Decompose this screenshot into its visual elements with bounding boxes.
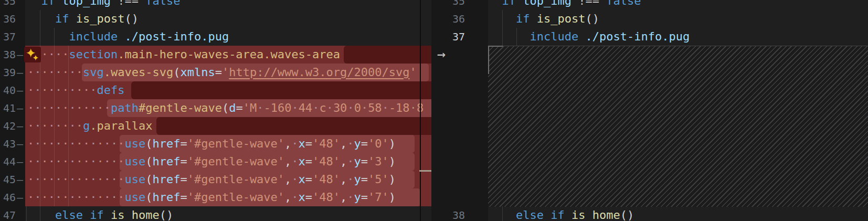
token-ws: · xyxy=(312,101,319,114)
code-line-text[interactable]: ··············use(href='#gentle-wave',·x… xyxy=(27,171,396,188)
line-number[interactable]: 43 xyxy=(0,135,16,153)
line-number-gutter[interactable]: 46— xyxy=(0,188,24,206)
code-line-text[interactable]: ··············use(href='#gentle-wave',·x… xyxy=(27,153,396,171)
token-cls: .main-hero-waves-area.waves-area xyxy=(118,48,340,61)
line-number[interactable]: 45 xyxy=(0,171,16,188)
token-kw: if xyxy=(90,208,104,221)
line-number-gutter[interactable]: 40— xyxy=(0,81,24,99)
token-kw: false xyxy=(606,0,641,7)
line-number[interactable]: 38 xyxy=(0,46,16,64)
modified-editor-pane: → 35 if top_img !== false36 if is_post()… xyxy=(432,0,868,221)
code-line-text[interactable]: else if is_home() xyxy=(27,206,173,221)
line-number-gutter[interactable]: 36 xyxy=(0,10,24,28)
token-ws: · xyxy=(347,101,354,114)
code-row[interactable]: 35 if top_img !== false xyxy=(0,0,431,10)
whitespace-dots: ············ xyxy=(27,101,111,114)
line-number[interactable]: 41 xyxy=(0,99,16,117)
indent-spaces xyxy=(27,208,55,221)
line-number[interactable]: 36 xyxy=(0,10,16,28)
code-line-text[interactable]: include ./post-info.pug xyxy=(488,28,690,46)
line-number[interactable]: 40 xyxy=(0,81,16,99)
code-line-text[interactable]: ··········defs xyxy=(27,81,124,99)
token-pun: ( xyxy=(145,137,152,150)
deleted-line-marker: — xyxy=(16,64,24,81)
token-pun: , xyxy=(284,155,291,168)
line-number-gutter[interactable]: 41— xyxy=(0,99,24,117)
line-number-gutter[interactable]: 35 xyxy=(0,0,24,10)
line-number-gutter[interactable]: 38 xyxy=(449,206,473,221)
code-row[interactable]: 37 include ./post-info.pug xyxy=(432,28,868,46)
copilot-sparkle-icon[interactable] xyxy=(24,47,41,62)
line-number-gutter[interactable]: 36 xyxy=(449,10,473,28)
line-number-gutter[interactable]: 42— xyxy=(0,117,24,135)
line-number-gutter[interactable]: 38— xyxy=(0,46,24,64)
line-number-gutter[interactable]: 39— xyxy=(0,64,24,81)
token-cls: .parallax xyxy=(90,119,152,132)
token-ws: · xyxy=(361,101,368,114)
code-line-text[interactable]: if top_img !== false xyxy=(488,0,641,10)
token-str: '7' xyxy=(368,191,389,204)
code-line-text[interactable]: if is_post() xyxy=(488,10,599,28)
deleted-line-marker xyxy=(16,28,24,46)
code-line-text[interactable]: ············path#gentle-wave(d='M·-160·4… xyxy=(27,99,424,117)
code-row[interactable]: 40—··········defs xyxy=(0,81,431,99)
line-number[interactable]: 42 xyxy=(0,117,16,135)
token-ws: · xyxy=(291,173,298,186)
token-var: href xyxy=(152,191,180,204)
line-number[interactable]: 38 xyxy=(449,206,465,221)
code-row[interactable]: 41—············path#gentle-wave(d='M·-16… xyxy=(0,99,431,117)
line-number-gutter[interactable]: 35 xyxy=(449,0,473,10)
code-row[interactable]: 39—········svg.waves-svg(xmlns='http://w… xyxy=(0,64,431,81)
line-number[interactable]: 35 xyxy=(0,0,16,10)
token-pun: ( xyxy=(222,101,229,114)
code-row[interactable]: 36 if is_post() xyxy=(432,10,868,28)
line-number[interactable]: 47 xyxy=(0,206,16,221)
token-pun: = xyxy=(180,155,187,168)
code-line-text[interactable]: ········g.parallax xyxy=(27,117,152,135)
code-row[interactable]: 38 else if is_home() xyxy=(432,206,868,221)
code-line-text[interactable]: include ./post-info.pug xyxy=(27,28,229,46)
code-row[interactable]: 37 include ./post-info.pug xyxy=(0,28,431,46)
line-number-gutter[interactable]: 37 xyxy=(449,28,473,46)
line-number-gutter[interactable]: 47 xyxy=(0,206,24,221)
line-number[interactable]: 37 xyxy=(0,28,16,46)
code-row[interactable]: 42—········g.parallax xyxy=(0,117,431,135)
code-row[interactable]: 36 if is_post() xyxy=(0,10,431,28)
code-row[interactable]: 47 else if is_home() xyxy=(0,206,431,221)
line-number-gutter[interactable]: 43— xyxy=(0,135,24,153)
scrollbar-handle[interactable] xyxy=(419,170,431,172)
code-row[interactable]: 45—··············use(href='#gentle-wave'… xyxy=(0,171,431,188)
token-fn: is_post xyxy=(76,12,125,25)
token-ws: · xyxy=(347,137,354,150)
line-number-gutter[interactable]: 44— xyxy=(0,153,24,171)
code-row[interactable]: 46—··············use(href='#gentle-wave'… xyxy=(0,188,431,206)
code-row[interactable]: 38—······section.main-hero-waves-area.wa… xyxy=(0,46,431,64)
code-line-text[interactable]: ··············use(href='#gentle-wave',·x… xyxy=(27,135,396,153)
code-row[interactable]: 35 if top_img !== false xyxy=(432,0,868,10)
line-number-gutter[interactable]: 45— xyxy=(0,171,24,188)
line-number[interactable]: 39 xyxy=(0,64,16,81)
line-number[interactable]: 44 xyxy=(0,153,16,171)
token-str: 0 xyxy=(354,101,361,114)
deleted-line-marker xyxy=(16,0,24,10)
indent-spaces xyxy=(488,208,516,221)
code-row[interactable]: 44—··············use(href='#gentle-wave'… xyxy=(0,153,431,171)
token-pln xyxy=(578,30,585,43)
code-line-text[interactable]: ··············use(href='#gentle-wave',·x… xyxy=(27,188,396,206)
diff-editor: 35 if top_img !== false36 if is_post()37… xyxy=(0,0,868,221)
revert-diff-arrow-icon[interactable]: → xyxy=(433,46,449,64)
code-row[interactable]: 43—··············use(href='#gentle-wave'… xyxy=(0,135,431,153)
line-number[interactable]: 46 xyxy=(0,188,16,206)
code-line-text[interactable]: if is_post() xyxy=(27,10,139,28)
original-editor-pane: 35 if top_img !== false36 if is_post()37… xyxy=(0,0,431,221)
token-pln xyxy=(118,30,124,43)
code-line-text[interactable]: ······section.main-hero-waves-area.waves… xyxy=(27,46,340,64)
line-number-gutter[interactable]: 37 xyxy=(0,28,24,46)
line-number[interactable]: 37 xyxy=(449,28,465,46)
code-line-text[interactable]: ········svg.waves-svg(xmlns='http://www.… xyxy=(27,64,417,81)
code-line-text[interactable]: else if is_home() xyxy=(488,206,634,221)
line-number[interactable]: 36 xyxy=(449,10,465,28)
code-line-text[interactable]: if top_img !== false xyxy=(27,0,180,10)
line-number[interactable]: 35 xyxy=(449,0,465,10)
deleted-line-marker xyxy=(16,10,24,28)
